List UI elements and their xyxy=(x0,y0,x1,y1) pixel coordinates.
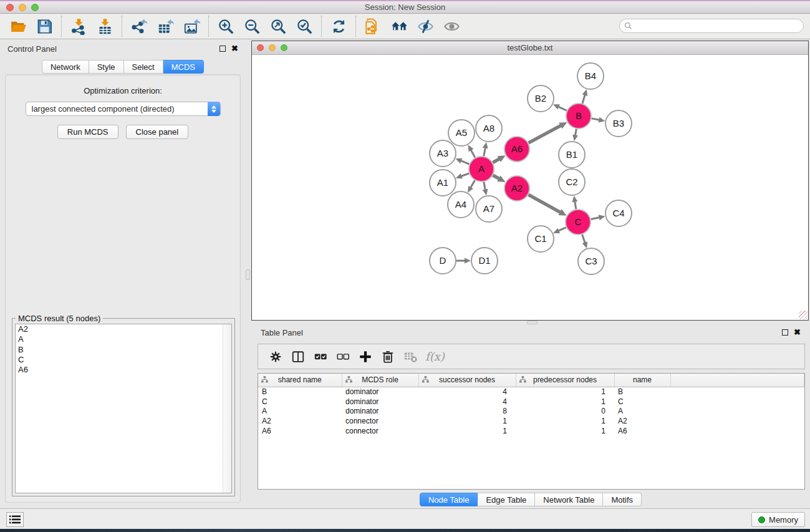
search-field[interactable] xyxy=(619,19,804,33)
close-window-button[interactable] xyxy=(6,4,14,11)
table-cell[interactable]: A2 xyxy=(614,416,670,426)
unselect-all-columns-icon[interactable] xyxy=(334,347,352,366)
tab-network[interactable]: Network xyxy=(42,60,89,74)
table-cell[interactable]: 1 xyxy=(516,387,614,397)
graph-node-A7[interactable]: A7 xyxy=(476,196,502,222)
delete-table-icon[interactable] xyxy=(401,347,420,366)
graph-node-C1[interactable]: C1 xyxy=(528,226,554,252)
window-resize-grip[interactable] xyxy=(799,311,808,319)
column-header-MCDS-role[interactable]: MCDS role xyxy=(342,374,418,387)
graph-node-C2[interactable]: C2 xyxy=(559,169,585,195)
table-cell[interactable]: A xyxy=(258,407,342,417)
graph-node-A4[interactable]: A4 xyxy=(448,191,474,218)
graph-node-B[interactable]: B xyxy=(566,104,591,128)
table-cell[interactable]: 4 xyxy=(418,387,516,397)
column-header-successor-nodes[interactable]: successor nodes xyxy=(418,374,516,387)
result-item[interactable]: B xyxy=(16,345,231,355)
result-item[interactable]: C xyxy=(16,355,231,365)
table-cell[interactable]: dominator xyxy=(342,387,418,397)
table-cell[interactable]: 1 xyxy=(516,397,614,407)
node-table[interactable]: shared nameMCDS rolesuccessor nodesprede… xyxy=(258,373,805,490)
table-row[interactable]: Adominator80A xyxy=(258,407,804,417)
table-cell[interactable]: 8 xyxy=(418,407,516,417)
criterion-dropdown[interactable]: largest connected component (directed) xyxy=(26,102,221,116)
network-minimize-button[interactable] xyxy=(269,44,276,51)
graph-node-C[interactable]: C xyxy=(566,210,591,235)
table-cell[interactable]: connector xyxy=(342,426,418,436)
search-input[interactable] xyxy=(635,21,803,32)
graph-node-A1[interactable]: A1 xyxy=(430,170,456,196)
graph-node-B3[interactable]: B3 xyxy=(605,110,632,137)
network-canvas[interactable]: B4B2BB3A8A5A6A3B1AC2A1A2A4A7C4CC1DD1C3 xyxy=(252,55,808,320)
table-cell[interactable]: C xyxy=(614,397,670,407)
tab-select[interactable]: Select xyxy=(124,60,163,74)
function-builder-icon[interactable]: f(x) xyxy=(425,350,445,363)
graph-node-A8[interactable]: A8 xyxy=(476,115,502,142)
add-column-icon[interactable] xyxy=(356,347,375,366)
home-icon[interactable] xyxy=(388,16,410,36)
export-table-icon[interactable] xyxy=(154,16,176,36)
zoom-out-icon[interactable] xyxy=(241,16,263,36)
tab-edge-table[interactable]: Edge Table xyxy=(478,493,535,506)
table-cell[interactable]: 0 xyxy=(516,407,614,417)
table-row[interactable]: A2connector11A2 xyxy=(258,416,804,426)
graph-node-B1[interactable]: B1 xyxy=(559,142,585,168)
zoom-window-button[interactable] xyxy=(31,4,39,11)
export-network-icon[interactable] xyxy=(128,16,150,36)
tab-node-table[interactable]: Node Table xyxy=(420,493,478,506)
graph-node-A5[interactable]: A5 xyxy=(448,120,475,146)
column-header-shared-name[interactable]: shared name xyxy=(258,374,342,387)
float-panel-icon[interactable] xyxy=(219,46,226,52)
mcds-result-list[interactable]: A2ABCA6 xyxy=(15,324,232,493)
result-item[interactable]: A xyxy=(16,334,231,344)
tab-motifs[interactable]: Motifs xyxy=(603,493,642,506)
task-history-button[interactable] xyxy=(6,512,24,527)
graph-node-A2[interactable]: A2 xyxy=(504,176,529,201)
tab-mcds[interactable]: MCDS xyxy=(163,60,204,74)
tab-network-table[interactable]: Network Table xyxy=(535,493,603,506)
minimize-window-button[interactable] xyxy=(19,4,26,11)
graph-node-D[interactable]: D xyxy=(430,248,456,274)
memory-button[interactable]: Memory xyxy=(751,512,805,527)
table-cell[interactable]: 1 xyxy=(418,426,516,436)
table-cell[interactable]: 1 xyxy=(418,416,516,426)
table-cell[interactable]: B xyxy=(614,387,670,397)
table-cell[interactable]: dominator xyxy=(342,407,418,417)
table-cell[interactable]: A6 xyxy=(614,426,670,436)
table-row[interactable]: Cdominator41C xyxy=(258,397,804,407)
table-cell[interactable]: connector xyxy=(342,416,418,426)
save-session-icon[interactable] xyxy=(33,16,55,36)
horizontal-splitter-grip[interactable] xyxy=(527,321,538,324)
table-float-panel-icon[interactable] xyxy=(782,329,788,336)
network-file-icon[interactable] xyxy=(362,16,384,36)
zoom-selected-icon[interactable] xyxy=(293,16,316,36)
show-columns-icon[interactable] xyxy=(289,347,307,366)
vertical-splitter-grip[interactable] xyxy=(246,269,250,280)
network-graph[interactable]: B4B2BB3A8A5A6A3B1AC2A1A2A4A7C4CC1DD1C3 xyxy=(252,55,808,320)
close-panel-icon[interactable]: ✖ xyxy=(231,46,238,52)
graph-node-A6[interactable]: A6 xyxy=(504,137,529,162)
table-close-panel-icon[interactable]: ✖ xyxy=(794,329,801,336)
graph-node-C3[interactable]: C3 xyxy=(578,248,604,274)
graph-node-C4[interactable]: C4 xyxy=(605,200,632,226)
graph-node-B2[interactable]: B2 xyxy=(528,85,554,112)
table-settings-icon[interactable] xyxy=(266,347,285,366)
result-scrollbar[interactable] xyxy=(223,324,231,493)
table-cell[interactable]: B xyxy=(258,387,342,397)
network-close-button[interactable] xyxy=(257,44,264,51)
table-cell[interactable]: A6 xyxy=(258,426,342,436)
table-row[interactable]: A6connector11A6 xyxy=(258,426,804,436)
export-image-icon[interactable] xyxy=(180,16,203,36)
column-header-name[interactable]: name xyxy=(614,374,670,387)
run-mcds-button[interactable]: Run MCDS xyxy=(57,125,118,139)
table-cell[interactable]: 1 xyxy=(516,426,614,436)
table-cell[interactable]: dominator xyxy=(342,397,418,407)
table-cell[interactable]: A xyxy=(614,407,670,417)
result-item[interactable]: A6 xyxy=(16,365,231,375)
apply-layout-icon[interactable] xyxy=(327,16,350,36)
open-session-icon[interactable] xyxy=(7,16,29,36)
show-details-icon[interactable] xyxy=(440,16,463,36)
network-zoom-button[interactable] xyxy=(281,44,287,51)
import-network-icon[interactable] xyxy=(67,16,90,36)
import-table-icon[interactable] xyxy=(94,16,116,36)
